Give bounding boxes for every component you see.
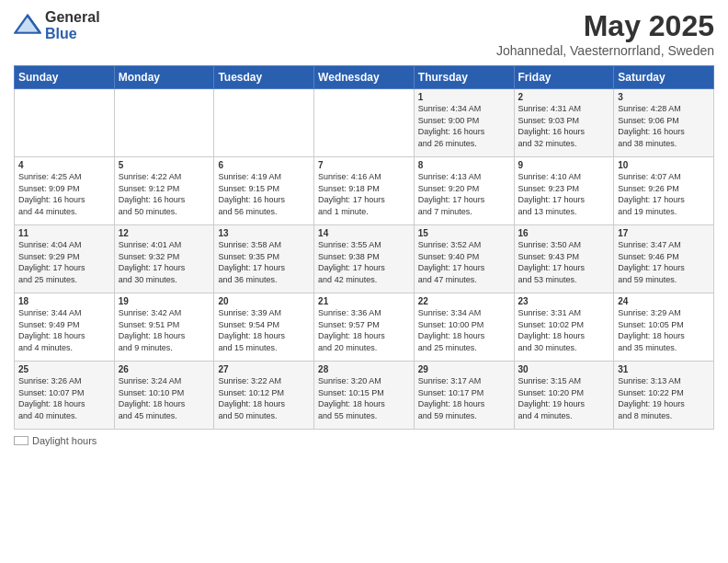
- day-info: Sunrise: 4:13 AM Sunset: 9:20 PM Dayligh…: [418, 171, 510, 217]
- day-cell-1: 1Sunrise: 4:34 AM Sunset: 9:00 PM Daylig…: [414, 89, 514, 157]
- day-cell-19: 19Sunrise: 3:42 AM Sunset: 9:51 PM Dayli…: [114, 293, 214, 362]
- day-info: Sunrise: 3:31 AM Sunset: 10:02 PM Daylig…: [518, 307, 610, 353]
- day-cell-6: 6Sunrise: 4:19 AM Sunset: 9:15 PM Daylig…: [214, 157, 314, 225]
- day-info: Sunrise: 4:04 AM Sunset: 9:29 PM Dayligh…: [18, 239, 110, 285]
- day-cell-10: 10Sunrise: 4:07 AM Sunset: 9:26 PM Dayli…: [614, 157, 714, 225]
- day-cell-27: 27Sunrise: 3:22 AM Sunset: 10:12 PM Dayl…: [214, 362, 314, 430]
- location: Johannedal, Vaesternorrland, Sweden: [496, 43, 714, 58]
- week-row-4: 18Sunrise: 3:44 AM Sunset: 9:49 PM Dayli…: [15, 293, 714, 362]
- day-cell-31: 31Sunrise: 3:13 AM Sunset: 10:22 PM Dayl…: [614, 362, 714, 430]
- empty-cell: [314, 89, 415, 157]
- day-info: Sunrise: 4:34 AM Sunset: 9:00 PM Dayligh…: [418, 103, 510, 149]
- day-cell-13: 13Sunrise: 3:58 AM Sunset: 9:35 PM Dayli…: [214, 225, 314, 293]
- day-cell-4: 4Sunrise: 4:25 AM Sunset: 9:09 PM Daylig…: [15, 157, 115, 225]
- day-number: 29: [418, 364, 510, 374]
- day-info: Sunrise: 3:58 AM Sunset: 9:35 PM Dayligh…: [218, 239, 310, 285]
- calendar-page: General Blue May 2025 Johannedal, Vaeste…: [0, 0, 728, 563]
- day-number: 23: [518, 296, 610, 306]
- day-info: Sunrise: 3:22 AM Sunset: 10:12 PM Daylig…: [218, 375, 310, 421]
- day-info: Sunrise: 4:22 AM Sunset: 9:12 PM Dayligh…: [119, 171, 210, 217]
- header-day-monday: Monday: [114, 66, 214, 89]
- day-cell-23: 23Sunrise: 3:31 AM Sunset: 10:02 PM Dayl…: [514, 293, 614, 362]
- day-cell-5: 5Sunrise: 4:22 AM Sunset: 9:12 PM Daylig…: [114, 157, 214, 225]
- day-info: Sunrise: 3:55 AM Sunset: 9:38 PM Dayligh…: [318, 239, 410, 285]
- day-number: 20: [218, 296, 310, 306]
- day-cell-29: 29Sunrise: 3:17 AM Sunset: 10:17 PM Dayl…: [414, 362, 514, 430]
- day-cell-8: 8Sunrise: 4:13 AM Sunset: 9:20 PM Daylig…: [414, 157, 514, 225]
- day-info: Sunrise: 4:07 AM Sunset: 9:26 PM Dayligh…: [618, 171, 710, 217]
- day-cell-15: 15Sunrise: 3:52 AM Sunset: 9:40 PM Dayli…: [414, 225, 514, 293]
- day-info: Sunrise: 3:20 AM Sunset: 10:15 PM Daylig…: [318, 375, 410, 421]
- day-cell-18: 18Sunrise: 3:44 AM Sunset: 9:49 PM Dayli…: [15, 293, 115, 362]
- day-info: Sunrise: 3:34 AM Sunset: 10:00 PM Daylig…: [418, 307, 510, 353]
- day-number: 22: [418, 296, 510, 306]
- day-info: Sunrise: 4:16 AM Sunset: 9:18 PM Dayligh…: [318, 171, 410, 217]
- day-info: Sunrise: 3:36 AM Sunset: 9:57 PM Dayligh…: [318, 307, 410, 353]
- day-cell-22: 22Sunrise: 3:34 AM Sunset: 10:00 PM Dayl…: [414, 293, 514, 362]
- day-cell-12: 12Sunrise: 4:01 AM Sunset: 9:32 PM Dayli…: [114, 225, 214, 293]
- day-number: 5: [119, 160, 210, 170]
- header-day-sunday: Sunday: [15, 66, 115, 89]
- day-number: 6: [218, 160, 310, 170]
- day-info: Sunrise: 4:25 AM Sunset: 9:09 PM Dayligh…: [18, 171, 110, 217]
- day-number: 15: [418, 228, 510, 238]
- day-info: Sunrise: 4:31 AM Sunset: 9:03 PM Dayligh…: [518, 103, 610, 149]
- day-cell-30: 30Sunrise: 3:15 AM Sunset: 10:20 PM Dayl…: [514, 362, 614, 430]
- day-cell-7: 7Sunrise: 4:16 AM Sunset: 9:18 PM Daylig…: [314, 157, 415, 225]
- month-title: May 2025: [496, 9, 714, 43]
- day-number: 12: [119, 228, 210, 238]
- footer: Daylight hours: [14, 435, 714, 446]
- day-info: Sunrise: 4:10 AM Sunset: 9:23 PM Dayligh…: [518, 171, 610, 217]
- day-number: 30: [518, 364, 610, 374]
- day-cell-2: 2Sunrise: 4:31 AM Sunset: 9:03 PM Daylig…: [514, 89, 614, 157]
- day-number: 13: [218, 228, 310, 238]
- day-number: 18: [18, 296, 110, 306]
- daylight-label: Daylight hours: [32, 435, 97, 446]
- day-info: Sunrise: 3:13 AM Sunset: 10:22 PM Daylig…: [618, 375, 710, 421]
- empty-cell: [214, 89, 314, 157]
- day-number: 7: [318, 160, 410, 170]
- title-block: May 2025 Johannedal, Vaesternorrland, Sw…: [496, 9, 714, 58]
- logo-blue-text: Blue: [45, 26, 100, 42]
- calendar-header: SundayMondayTuesdayWednesdayThursdayFrid…: [15, 66, 714, 89]
- day-cell-20: 20Sunrise: 3:39 AM Sunset: 9:54 PM Dayli…: [214, 293, 314, 362]
- day-number: 27: [218, 364, 310, 374]
- day-number: 26: [119, 364, 210, 374]
- day-info: Sunrise: 3:52 AM Sunset: 9:40 PM Dayligh…: [418, 239, 510, 285]
- day-info: Sunrise: 3:39 AM Sunset: 9:54 PM Dayligh…: [218, 307, 310, 353]
- day-cell-25: 25Sunrise: 3:26 AM Sunset: 10:07 PM Dayl…: [15, 362, 115, 430]
- logo-icon: [14, 12, 41, 40]
- empty-cell: [15, 89, 115, 157]
- day-cell-11: 11Sunrise: 4:04 AM Sunset: 9:29 PM Dayli…: [15, 225, 115, 293]
- day-info: Sunrise: 4:01 AM Sunset: 9:32 PM Dayligh…: [119, 239, 210, 285]
- logo: General Blue: [14, 9, 100, 42]
- day-info: Sunrise: 3:50 AM Sunset: 9:43 PM Dayligh…: [518, 239, 610, 285]
- day-number: 14: [318, 228, 410, 238]
- day-info: Sunrise: 3:26 AM Sunset: 10:07 PM Daylig…: [18, 375, 110, 421]
- day-cell-26: 26Sunrise: 3:24 AM Sunset: 10:10 PM Dayl…: [114, 362, 214, 430]
- day-number: 10: [618, 160, 710, 170]
- day-number: 24: [618, 296, 710, 306]
- day-number: 4: [18, 160, 110, 170]
- calendar-body: 1Sunrise: 4:34 AM Sunset: 9:00 PM Daylig…: [15, 89, 714, 430]
- day-number: 2: [518, 92, 610, 102]
- header-row: SundayMondayTuesdayWednesdayThursdayFrid…: [15, 66, 714, 89]
- legend-box: [14, 436, 28, 445]
- calendar-table: SundayMondayTuesdayWednesdayThursdayFrid…: [14, 65, 714, 430]
- day-number: 21: [318, 296, 410, 306]
- day-cell-14: 14Sunrise: 3:55 AM Sunset: 9:38 PM Dayli…: [314, 225, 415, 293]
- day-info: Sunrise: 3:24 AM Sunset: 10:10 PM Daylig…: [119, 375, 210, 421]
- day-info: Sunrise: 3:44 AM Sunset: 9:49 PM Dayligh…: [18, 307, 110, 353]
- day-info: Sunrise: 3:29 AM Sunset: 10:05 PM Daylig…: [618, 307, 710, 353]
- day-number: 25: [18, 364, 110, 374]
- week-row-3: 11Sunrise: 4:04 AM Sunset: 9:29 PM Dayli…: [15, 225, 714, 293]
- empty-cell: [114, 89, 214, 157]
- day-number: 16: [518, 228, 610, 238]
- header-day-tuesday: Tuesday: [214, 66, 314, 89]
- week-row-1: 1Sunrise: 4:34 AM Sunset: 9:00 PM Daylig…: [15, 89, 714, 157]
- day-cell-28: 28Sunrise: 3:20 AM Sunset: 10:15 PM Dayl…: [314, 362, 415, 430]
- day-info: Sunrise: 4:19 AM Sunset: 9:15 PM Dayligh…: [218, 171, 310, 217]
- day-number: 28: [318, 364, 410, 374]
- day-info: Sunrise: 3:15 AM Sunset: 10:20 PM Daylig…: [518, 375, 610, 421]
- day-number: 31: [618, 364, 710, 374]
